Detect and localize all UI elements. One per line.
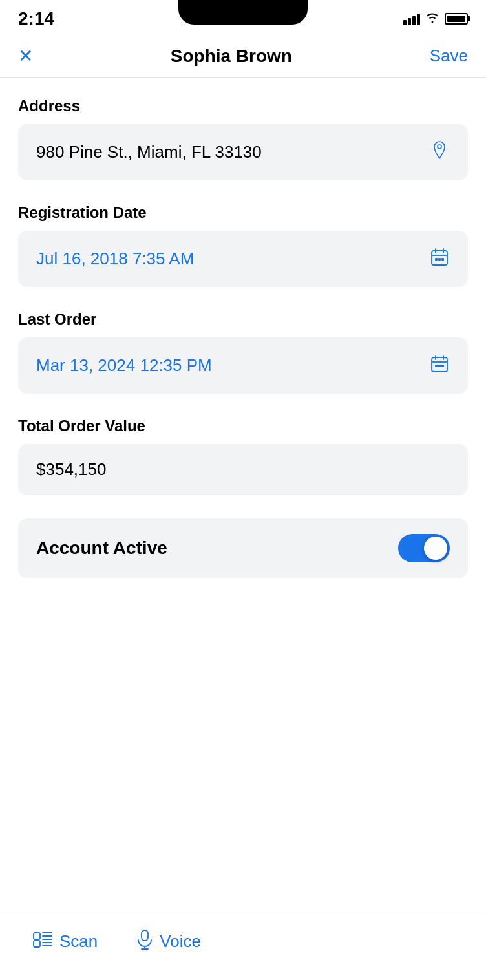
- status-icons: [403, 12, 468, 27]
- page-title: Sophia Brown: [171, 46, 292, 67]
- account-active-toggle[interactable]: [398, 534, 450, 562]
- address-label: Address: [18, 97, 468, 115]
- address-value: 980 Pine St., Miami, FL 33130: [36, 142, 262, 162]
- status-time: 2:14: [18, 8, 54, 29]
- save-button[interactable]: Save: [430, 46, 468, 66]
- voice-label: Voice: [160, 932, 201, 952]
- registration-date-label: Registration Date: [18, 204, 468, 222]
- address-field[interactable]: 980 Pine St., Miami, FL 33130: [18, 124, 468, 180]
- account-active-label: Account Active: [36, 538, 167, 559]
- microphone-icon: [136, 929, 153, 954]
- last-order-label: Last Order: [18, 310, 468, 328]
- svg-rect-6: [441, 258, 444, 261]
- total-order-value-section: Total Order Value $354,150: [18, 417, 468, 495]
- main-content: Address 980 Pine St., Miami, FL 33130 Re…: [0, 78, 486, 597]
- registration-date-value: Jul 16, 2018 7:35 AM: [36, 249, 194, 269]
- scan-button[interactable]: Scan: [32, 930, 98, 953]
- wifi-icon: [425, 12, 439, 27]
- registration-date-section: Registration Date Jul 16, 2018 7:35 AM: [18, 204, 468, 287]
- total-order-value-value: $354,150: [36, 460, 106, 480]
- svg-rect-21: [142, 930, 148, 941]
- notch: [178, 0, 308, 25]
- svg-rect-13: [441, 365, 444, 367]
- toggle-knob: [424, 537, 447, 560]
- calendar-icon-2: [429, 353, 450, 378]
- total-order-value-label: Total Order Value: [18, 417, 468, 435]
- last-order-value: Mar 13, 2024 12:35 PM: [36, 356, 212, 376]
- svg-rect-5: [438, 258, 441, 261]
- svg-rect-11: [435, 365, 438, 367]
- scan-label: Scan: [59, 932, 98, 952]
- account-active-field[interactable]: Account Active: [18, 518, 468, 578]
- registration-date-field[interactable]: Jul 16, 2018 7:35 AM: [18, 231, 468, 287]
- voice-button[interactable]: Voice: [136, 929, 201, 954]
- signal-icon: [403, 12, 420, 25]
- scan-icon: [32, 930, 53, 953]
- nav-header: ✕ Sophia Brown Save: [0, 35, 486, 78]
- svg-rect-4: [435, 258, 438, 261]
- svg-rect-12: [438, 365, 441, 367]
- svg-rect-15: [34, 941, 40, 947]
- battery-icon: [445, 13, 468, 25]
- bottom-bar: Scan Voice: [0, 913, 486, 980]
- location-icon: [429, 140, 450, 165]
- svg-rect-14: [34, 933, 40, 939]
- last-order-section: Last Order Mar 13, 2024 12:35 PM: [18, 310, 468, 394]
- close-button[interactable]: ✕: [18, 45, 33, 67]
- status-bar: 2:14: [0, 0, 486, 35]
- total-order-value-field[interactable]: $354,150: [18, 444, 468, 495]
- address-section: Address 980 Pine St., Miami, FL 33130: [18, 97, 468, 180]
- calendar-icon-1: [429, 246, 450, 272]
- last-order-field[interactable]: Mar 13, 2024 12:35 PM: [18, 337, 468, 394]
